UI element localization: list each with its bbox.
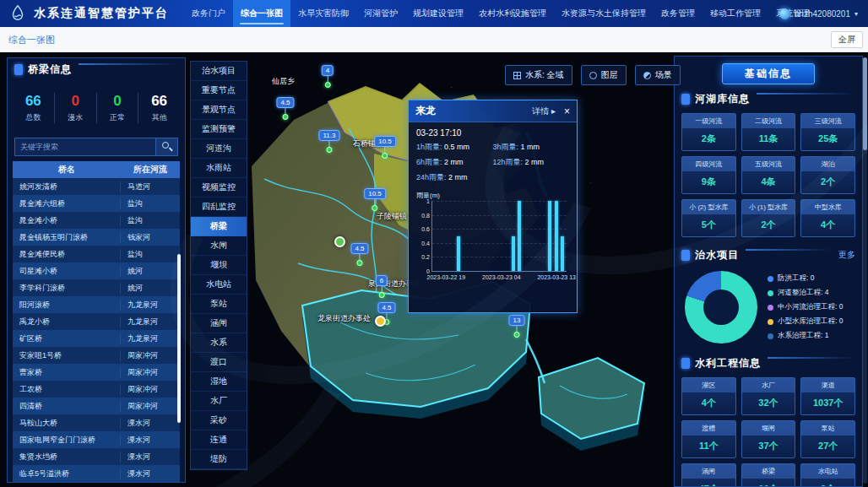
search-input[interactable] [14,138,156,156]
table-row[interactable]: 安家咀1号桥 周家冲河 [13,347,180,364]
info-cell-value: 11个 [682,436,735,457]
info-cell-value: 2个 [742,214,795,236]
map-control-button[interactable]: 图层 [581,65,627,85]
layer-menu-item[interactable]: 堤防 [191,450,247,469]
table-row[interactable]: 司星滩小桥 姚河 [13,262,180,279]
layer-menu-item[interactable]: 河道沟 [191,139,247,159]
map-control-button[interactable]: 水系: 全域 [505,65,572,85]
station-marker[interactable]: 6 [376,271,388,298]
nav-tab[interactable]: 移动工作管理 [703,0,768,27]
bridge-name-cell: 工农桥 [13,384,121,395]
info-cell-label: 泵站 [801,421,854,436]
layer-menu-item[interactable]: 治水项目 [191,62,247,81]
info-cell-value: 2个 [801,171,854,193]
layer-menu-item[interactable]: 视频监控 [191,178,247,198]
table-row[interactable]: 晁金滩六组桥 盐沟 [13,195,180,212]
weather-station-marker[interactable] [334,236,345,247]
layer-menu-item[interactable]: 湿地 [191,372,247,392]
info-cell-label: 涵闸 [682,464,735,479]
project-donut-chart [685,271,757,344]
layer-menu-item[interactable]: 堰坝 [191,256,247,275]
table-row[interactable]: 阳河滚桥 九龙泉河 [13,296,180,313]
table-row[interactable]: 四清桥 周家冲河 [13,398,180,414]
nav-tab[interactable]: 规划建设管理 [405,0,471,27]
info-cell-label: 二级河流 [742,114,795,128]
table-row[interactable]: 晁金镇杨玉明门滚桥 钱家河 [13,229,180,246]
station-marker[interactable]: 10.5 [364,184,386,211]
bridge-panel-title: 桥梁信息 [28,62,72,77]
table-row[interactable]: 集贤水垱桥 溧水河 [13,448,180,465]
bridge-name-cell: 姚河发清桥 [13,181,121,192]
bridge-name-cell: 晁金镇杨玉明门滚桥 [13,232,121,243]
nav-tab[interactable]: 农村水利设施管理 [471,0,554,27]
layer-menu-item[interactable]: 渡口 [191,353,247,372]
table-scrollbar[interactable] [177,254,181,423]
table-row[interactable]: 国家电网窄金门门滚桥 溧水河 [13,431,180,448]
table-row[interactable]: 马鞍山大桥 溧水河 [13,414,180,431]
fullscreen-button[interactable]: 全屏 [831,31,863,48]
nav-tab[interactable]: 河湖管护 [356,0,405,27]
layer-menu-item[interactable]: 重要节点 [191,81,247,100]
table-row[interactable]: 姚河发清桥 马道河 [13,178,180,195]
layer-menu-item[interactable]: 水厂 [191,392,247,411]
layer-menu-item[interactable]: 采砂 [191,411,247,430]
popup-detail-link[interactable]: 详情 ▸ [532,106,556,117]
info-cell-value: 4个 [682,392,735,414]
marker-stick [285,108,286,114]
layer-menu-item[interactable]: 景观节点 [191,100,247,120]
info-cell-label: 中型水库 [801,200,854,214]
weather-station-icon [334,236,345,247]
map-control-button[interactable]: 场景 [635,65,681,85]
station-marker[interactable]: 11.3 [319,126,340,153]
layer-menu-item[interactable]: 水电站 [191,275,247,295]
table-row[interactable]: 晁金滩小桥 盐沟 [13,212,180,229]
layer-menu-item[interactable]: 连通 [191,430,247,450]
info-cell: 三级河流 25条 [800,113,855,151]
station-marker[interactable]: 4.5 [350,239,368,266]
table-row[interactable]: 临卓5号溢洪桥 溧水河 [13,465,180,482]
layer-menu-item[interactable]: 四乱监控 [191,198,247,217]
station-value-pill: 4 [322,65,334,76]
table-row[interactable]: 曹家桥 周家冲河 [13,364,180,381]
rain-stat-label: 6h雨量: [416,158,442,166]
layer-menu-item[interactable]: 水系 [191,333,247,353]
layer-menu-item[interactable]: 监测预警 [191,120,247,139]
marker-dot-icon [283,114,289,120]
weather-station-marker[interactable] [375,316,386,327]
search-button[interactable] [156,138,178,156]
nav-tab[interactable]: 政务门户 [184,0,233,27]
basic-info-tab[interactable]: 基础信息 [722,63,815,84]
table-row[interactable]: 禹龙小桥 九龙泉河 [13,313,180,330]
right-panel-scroll-thumb[interactable] [863,57,867,150]
user-menu[interactable]: hhzh42080201 ▾ [779,0,858,27]
bridge-name-cell: 阳河滚桥 [13,300,121,311]
rain-stat-label: 3h雨量: [493,143,519,151]
station-marker[interactable]: 4.5 [276,93,294,120]
bridge-table: 桥名 所在河流 姚河发清桥 马道河 晁金滩六组桥 盐沟 [13,161,180,482]
nav-tab[interactable]: 水资源与水土保持管理 [554,0,654,27]
table-row[interactable]: 工农桥 周家冲河 [13,381,180,398]
station-value-pill: 13 [509,315,525,326]
table-row[interactable]: 矿区桥 九龙泉河 [13,330,180,347]
table-row[interactable]: 李学科门滚桥 姚河 [13,279,180,296]
nav-tab[interactable]: 水旱灾害防御 [290,0,356,27]
station-marker[interactable]: 10.5 [374,132,396,159]
station-marker[interactable]: 4 [322,61,334,88]
layer-menu-item[interactable]: 桥梁 [191,217,247,236]
more-link[interactable]: 更多 [838,249,855,261]
layer-menu-item[interactable]: 水闸 [191,236,247,256]
layer-menu-item[interactable]: 泵站 [191,295,247,314]
layer-menu-item[interactable]: 涵闸 [191,314,247,333]
bridge-stat-label: 其他 [138,112,180,123]
popup-header: 来龙 详情 ▸ × [409,100,577,122]
map-town-label: 子陵铺镇 [377,211,407,222]
river-info-grid: 一级河流 2条 二级河流 11条 三级河流 25条 四级河流 [681,113,855,237]
station-marker[interactable]: 13 [509,311,525,338]
table-row[interactable]: 晁金滩便民桥 盐沟 [13,246,180,262]
nav-tab[interactable]: 政务管理 [654,0,703,27]
close-icon[interactable]: × [564,106,570,117]
layer-menu-item[interactable]: 水雨站 [191,159,247,178]
nav-tab[interactable]: 综合一张图 [233,0,290,27]
info-cell-label: 三级河流 [801,114,854,128]
info-cell-value: 2条 [682,128,735,150]
